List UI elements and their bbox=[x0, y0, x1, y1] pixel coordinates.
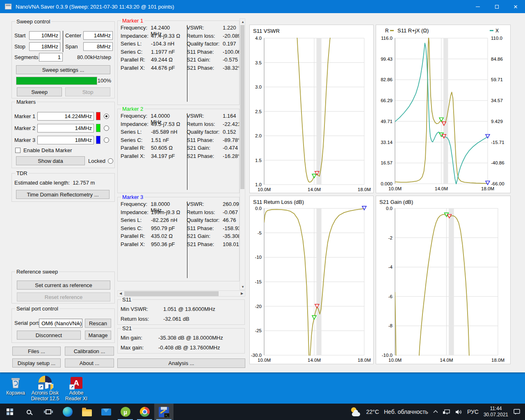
weather-icon[interactable] bbox=[350, 407, 361, 416]
start-input[interactable] bbox=[29, 31, 60, 40]
manage-button[interactable]: Manage bbox=[85, 331, 111, 340]
marker3-input[interactable] bbox=[37, 136, 94, 144]
notification-icon[interactable] bbox=[513, 409, 521, 415]
set-reference-button[interactable]: Set current as reference bbox=[17, 281, 110, 290]
task-view-button[interactable] bbox=[39, 404, 58, 420]
marker-data-row: VSWR:260.090 bbox=[187, 201, 239, 209]
locked-radio[interactable] bbox=[108, 158, 113, 164]
tdr-button[interactable]: Time Domain Reflectometry ... bbox=[16, 190, 110, 199]
show-data-button[interactable]: Show data bbox=[16, 156, 85, 165]
marker-data-row: S21 Gain:-35.308 bbox=[187, 233, 239, 241]
scroll-right-icon[interactable]: ▶ bbox=[239, 291, 245, 297]
network-icon[interactable] bbox=[443, 409, 450, 415]
marker3-color-swatch[interactable] bbox=[96, 136, 100, 144]
volume-icon[interactable] bbox=[455, 409, 462, 415]
marker2-radio[interactable] bbox=[104, 126, 109, 131]
start-button[interactable] bbox=[0, 404, 19, 420]
marker-data-row: Parallel X:950.36 pF bbox=[121, 241, 182, 249]
horizontal-scrollbar[interactable]: ◀ ▶ bbox=[117, 290, 245, 297]
minimize-icon bbox=[476, 7, 480, 7]
taskbar-utorrent[interactable]: µ bbox=[116, 404, 135, 420]
marker3-radio[interactable] bbox=[104, 137, 109, 143]
files-button[interactable]: Files ... bbox=[12, 347, 61, 356]
stat-label: Return loss: bbox=[121, 316, 163, 322]
desktop-icon-label: Acronis Disk Director 12.5 bbox=[26, 390, 64, 402]
analysis-button[interactable]: Analysis ... bbox=[117, 358, 245, 368]
marker-detail-group-2: Marker 2Frequency:14.0000 MHzImpedance:4… bbox=[117, 109, 240, 193]
vertical-scrollbar-thumb[interactable] bbox=[240, 25, 244, 189]
display-setup-button[interactable]: Display setup ... bbox=[12, 358, 61, 368]
svg-text:-15: -15 bbox=[255, 279, 262, 284]
s21-stats-group: S21 Min gain:-35.308 dB @ 18.0000MHz Max… bbox=[117, 328, 245, 354]
marker-data-row: Parallel X:34.197 pF bbox=[121, 153, 182, 161]
tray-weather-text[interactable]: Неб. облачность bbox=[384, 409, 428, 415]
chart-s11-r-jx[interactable]: S11 R+jX (Ω)RX116.099.4382.8666.2949.713… bbox=[376, 25, 511, 193]
taskbar-chrome[interactable] bbox=[135, 404, 154, 420]
svg-text:-6: -6 bbox=[388, 294, 393, 299]
vertical-scrollbar[interactable]: ▲ ▼ bbox=[240, 18, 245, 290]
marker2-color-swatch[interactable] bbox=[96, 124, 100, 132]
scroll-up-icon[interactable]: ▲ bbox=[240, 19, 246, 25]
serial-port-select[interactable]: OM6 (NanoVNA) bbox=[39, 319, 82, 328]
marker2-label: Marker 2 bbox=[14, 125, 35, 131]
nanovna-saver-icon: >_ bbox=[159, 407, 169, 417]
divider bbox=[187, 113, 187, 190]
marker1-label: Marker 1 bbox=[14, 113, 35, 119]
taskbar-clock[interactable]: 11:44 30.07.2021 bbox=[484, 406, 508, 418]
titlebar[interactable]: NanoVNA Saver 0.3.9 (Sweep: 2021-07-30 1… bbox=[0, 0, 525, 13]
marker1-radio[interactable] bbox=[104, 114, 109, 119]
chart-s11-vswr[interactable]: S11 VSWR4.03.53.02.52.01.51.010.0M14.0M1… bbox=[249, 25, 374, 193]
center-input[interactable] bbox=[83, 31, 113, 40]
desktop-icon-adobe-reader[interactable]: A ↗ Adobe Reader XI bbox=[61, 374, 92, 402]
marker-data-row: VSWR:1.220 bbox=[187, 25, 239, 33]
file-explorer-icon bbox=[82, 409, 92, 416]
app-window-icon bbox=[5, 4, 11, 9]
stop-label: Stop bbox=[14, 43, 25, 50]
svg-text:-30.0: -30.0 bbox=[251, 353, 262, 358]
svg-text:18.0M: 18.0M bbox=[358, 187, 371, 192]
marker1-color-swatch[interactable] bbox=[96, 112, 100, 120]
maximize-button[interactable] bbox=[487, 0, 506, 13]
taskbar-file-explorer[interactable] bbox=[77, 404, 96, 420]
chart-s11-return-loss[interactable]: S11 Return Loss (dB)0.0-5-10-15-20-25-30… bbox=[249, 196, 374, 364]
shortcut-arrow-icon: ↗ bbox=[69, 384, 75, 390]
marker-data-row: Series C:1.1977 nF bbox=[121, 49, 182, 57]
desktop-icon-recycle-bin[interactable]: Корзина bbox=[2, 374, 29, 396]
reset-reference-button[interactable]: Reset reference bbox=[17, 292, 110, 301]
sweep-settings-button[interactable]: Sweep settings ... bbox=[16, 65, 110, 74]
about-button[interactable]: About ... bbox=[65, 358, 114, 368]
close-button[interactable]: × bbox=[506, 0, 525, 13]
chart-s21-gain[interactable]: S21 Gain (dB)0.0-2-4-6-8-10.010.0M14.0M1… bbox=[376, 196, 511, 364]
cable-length-value: 12.757 m bbox=[73, 180, 95, 186]
svg-text:18.0M: 18.0M bbox=[491, 358, 504, 363]
taskbar-nanovna-saver[interactable]: >_ bbox=[154, 404, 173, 420]
disconnect-button[interactable]: Disconnect bbox=[17, 331, 81, 340]
svg-text:S21 Gain (dB): S21 Gain (dB) bbox=[379, 199, 413, 205]
taskbar-edge[interactable] bbox=[58, 404, 77, 420]
sweep-button[interactable]: Sweep bbox=[17, 87, 62, 96]
calibration-button[interactable]: Calibration ... bbox=[65, 347, 114, 356]
tray-temperature[interactable]: 22°C bbox=[366, 409, 379, 415]
marker2-input[interactable] bbox=[37, 124, 94, 132]
scroll-down-icon[interactable]: ▼ bbox=[240, 284, 246, 290]
horizontal-scrollbar-thumb[interactable] bbox=[124, 291, 219, 296]
step-size-text: 80.00kHz/step bbox=[77, 54, 111, 60]
segments-input[interactable] bbox=[39, 53, 63, 62]
minimize-button[interactable] bbox=[468, 0, 487, 13]
search-button[interactable] bbox=[19, 404, 39, 420]
span-input[interactable] bbox=[83, 42, 113, 51]
stop-input[interactable] bbox=[29, 42, 60, 51]
marker1-input[interactable] bbox=[37, 112, 94, 121]
taskbar-mail[interactable] bbox=[96, 404, 116, 420]
marker-data-row: S21 Gain:-0.575 d bbox=[187, 57, 239, 65]
stat-value: 1.051 @ 13.6000MHz bbox=[163, 306, 215, 312]
svg-text:59.71: 59.71 bbox=[491, 77, 503, 82]
enable-delta-marker-checkbox[interactable] bbox=[15, 148, 21, 153]
hidden-icons-chevron[interactable] bbox=[433, 410, 438, 413]
desktop-icon-acronis[interactable]: ↗ Acronis Disk Director 12.5 bbox=[26, 374, 64, 402]
stop-button[interactable]: Stop bbox=[65, 87, 110, 96]
scroll-left-icon[interactable]: ◀ bbox=[118, 291, 123, 297]
language-indicator[interactable]: РУС bbox=[467, 409, 479, 415]
tray-time: 11:44 bbox=[484, 406, 508, 412]
rescan-button[interactable]: Rescan bbox=[85, 319, 111, 328]
